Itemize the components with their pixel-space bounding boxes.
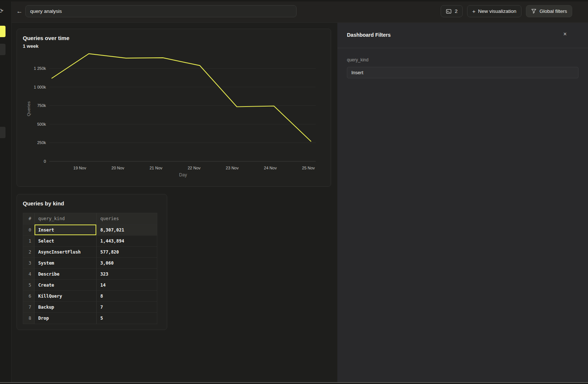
dashboard-filters-panel: Dashboard Filters × query_kind — [337, 23, 588, 384]
queries-count-cell[interactable]: 3,060 — [96, 258, 157, 269]
filters-panel-header: Dashboard Filters × — [337, 23, 588, 48]
visualization-count-button[interactable]: 2 — [441, 5, 463, 17]
plus-icon: + — [472, 8, 476, 14]
y-tick-label: 750k — [37, 103, 46, 108]
row-index: 7 — [23, 302, 34, 313]
x-tick-label: 22 Nov — [188, 166, 201, 170]
query-kind-cell[interactable]: Backup — [34, 302, 96, 313]
back-button[interactable]: ← — [15, 7, 24, 16]
queries-table: #query_kindqueries0Insert8,307,0211Selec… — [23, 213, 157, 324]
query-kind-cell[interactable]: Create — [34, 280, 96, 291]
filter-field-label: query_kind — [347, 57, 578, 62]
table-row: 5Create14 — [23, 280, 157, 291]
new-visualization-label: New visualization — [478, 8, 516, 14]
query-kind-cell[interactable]: KillQuery — [34, 291, 96, 302]
col-header-index: # — [23, 213, 34, 225]
history-icon[interactable]: ⟳ — [0, 7, 3, 14]
table-title: Queries by kind — [23, 200, 64, 207]
chart-title: Queries over time — [23, 35, 69, 41]
x-tick-label: 25 Nov — [302, 166, 315, 170]
sidebar-thumbnail-active[interactable] — [0, 26, 6, 37]
query-kind-cell[interactable]: System — [34, 258, 96, 269]
row-index: 6 — [23, 291, 34, 302]
y-tick-label: 250k — [37, 140, 46, 145]
queries-count-cell[interactable]: 1,443,894 — [96, 236, 157, 247]
dashboard-canvas: Queries over time 1 week 0250k500k750k1 … — [12, 23, 337, 384]
sidebar-thumbnail[interactable] — [0, 127, 6, 138]
row-index: 4 — [23, 269, 34, 280]
row-index: 3 — [23, 258, 34, 269]
table-row: 7Backup7 — [23, 302, 157, 313]
queries-line-series — [52, 54, 311, 141]
table-row: 4Describe323 — [23, 269, 157, 280]
table-row: 2AsyncInsertFlush577,820 — [23, 247, 157, 258]
table-row: 0Insert8,307,021 — [23, 225, 157, 236]
dashboard-title-input[interactable] — [25, 5, 297, 17]
visualizations-icon — [446, 8, 452, 14]
table-row: 1Select1,443,894 — [23, 236, 157, 247]
queries-count-cell[interactable]: 323 — [96, 269, 157, 280]
global-filters-label: Global filters — [539, 8, 567, 14]
query-kind-cell[interactable]: AsyncInsertFlush — [34, 247, 96, 258]
filters-panel-title: Dashboard Filters — [347, 32, 391, 38]
col-header-queries: queries — [96, 213, 157, 225]
queries-line-chart: 0250k500k750k1 000k1 250k19 Nov20 Nov21 … — [17, 48, 331, 186]
filter-funnel-icon — [531, 8, 537, 14]
queries-count-cell[interactable]: 8,307,021 — [96, 225, 157, 236]
row-index: 0 — [23, 225, 34, 236]
sidebar-thumbnail[interactable] — [0, 44, 6, 55]
window-bottom-edge — [0, 382, 588, 384]
query-kind-cell[interactable]: Drop — [34, 313, 96, 324]
queries-count-cell[interactable]: 5 — [96, 313, 157, 324]
table-row: 8Drop5 — [23, 313, 157, 324]
query-kind-cell[interactable]: Select — [34, 236, 96, 247]
row-index: 5 — [23, 280, 34, 291]
queries-count-cell[interactable]: 577,820 — [96, 247, 157, 258]
y-axis-title: Queries — [26, 101, 31, 116]
new-visualization-button[interactable]: + New visualization — [467, 5, 521, 17]
queries-count-cell[interactable]: 8 — [96, 291, 157, 302]
row-index: 2 — [23, 247, 34, 258]
x-tick-label: 23 Nov — [226, 166, 239, 170]
global-filters-button[interactable]: Global filters — [526, 5, 572, 17]
query-kind-filter-input[interactable] — [347, 67, 578, 78]
pages-sidebar: ⟳ — [0, 0, 12, 384]
x-tick-label: 19 Nov — [74, 166, 86, 170]
table-header-row: #query_kindqueries — [23, 213, 157, 225]
x-axis-title: Day — [179, 172, 187, 177]
table-row: 3System3,060 — [23, 258, 157, 269]
row-index: 1 — [23, 236, 34, 247]
queries-count-cell[interactable]: 14 — [96, 280, 157, 291]
dashboard-app: ⟳ ← 2 + New visualization — [0, 0, 588, 384]
x-tick-label: 24 Nov — [264, 166, 277, 170]
row-index: 8 — [23, 313, 34, 324]
visualization-count: 2 — [455, 8, 458, 14]
window-top-edge — [0, 0, 588, 1]
y-tick-label: 500k — [37, 122, 46, 126]
query-kind-cell[interactable]: Insert — [34, 225, 96, 236]
x-tick-label: 20 Nov — [111, 166, 124, 170]
col-header-query-kind: query_kind — [34, 213, 96, 225]
close-icon[interactable]: × — [563, 31, 567, 37]
table-row: 6KillQuery8 — [23, 291, 157, 302]
queries-over-time-card: Queries over time 1 week 0250k500k750k1 … — [17, 29, 331, 187]
y-tick-label: 1 250k — [34, 66, 46, 71]
queries-count-cell[interactable]: 7 — [96, 302, 157, 313]
filters-panel-body: query_kind — [337, 48, 588, 87]
queries-by-kind-card: Queries by kind #query_kindqueries0Inser… — [17, 194, 167, 330]
y-tick-label: 1 000k — [34, 85, 46, 89]
x-tick-label: 21 Nov — [150, 166, 162, 170]
topbar-actions: 2 + New visualization Global filters — [441, 5, 572, 17]
topbar: ← 2 + New visualization — [12, 0, 588, 23]
query-kind-cell[interactable]: Describe — [34, 269, 96, 280]
y-tick-label: 0 — [44, 159, 46, 164]
